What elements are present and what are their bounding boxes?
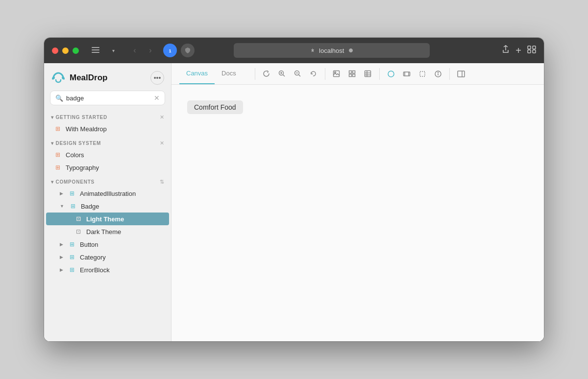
section-getting-started: ▾ GETTING STARTED ✕ ⊞ With Mealdrop bbox=[44, 111, 171, 135]
toolbar-divider-4 bbox=[449, 68, 450, 80]
light-theme-component-icon: ⊡ bbox=[74, 215, 82, 223]
search-clear-icon[interactable]: ✕ bbox=[154, 94, 160, 102]
section-header-components[interactable]: ▾ COMPONENTS ⇅ bbox=[44, 176, 171, 187]
image-view-button[interactable] bbox=[329, 67, 344, 81]
canvas-area: Comfort Food bbox=[172, 85, 544, 341]
refresh-button[interactable] bbox=[259, 67, 274, 81]
back-button[interactable]: ‹ bbox=[128, 44, 142, 57]
section-collapse-design-system[interactable]: ✕ bbox=[160, 140, 164, 146]
resize-tool-button[interactable] bbox=[399, 67, 414, 81]
section-sort-components[interactable]: ⇅ bbox=[160, 179, 164, 185]
sidebar-item-with-mealdrop[interactable]: ⊞ With Mealdrop bbox=[46, 122, 169, 135]
svg-rect-6 bbox=[533, 46, 536, 49]
grid-view-button[interactable] bbox=[345, 67, 360, 81]
toolbar: Canvas Docs bbox=[172, 63, 544, 85]
nav-label-with-mealdrop: With Mealdrop bbox=[66, 125, 107, 133]
svg-rect-18 bbox=[349, 71, 352, 73]
sidebar-nav: ▾ GETTING STARTED ✕ ⊞ With Mealdrop ▾ DE… bbox=[44, 111, 171, 341]
section-label-components: ▾ COMPONENTS bbox=[51, 179, 95, 185]
nav-label-category: Category bbox=[80, 254, 106, 261]
close-button[interactable] bbox=[52, 47, 58, 54]
sidebar-item-errorblock[interactable]: ▶ ⊞ ErrorBlock bbox=[46, 263, 169, 276]
nav-controls: ‹ › bbox=[128, 44, 157, 57]
traffic-lights bbox=[52, 47, 79, 54]
section-collapse-getting-started[interactable]: ✕ bbox=[160, 114, 164, 120]
svg-text:1: 1 bbox=[169, 48, 171, 53]
url-bar[interactable]: localhost bbox=[234, 43, 430, 58]
forward-button[interactable]: › bbox=[144, 44, 157, 57]
nav-label-dark-theme: Dark Theme bbox=[86, 228, 121, 236]
tab-overview-icon[interactable] bbox=[527, 46, 536, 56]
panel-toggle-button[interactable] bbox=[454, 67, 468, 81]
svg-line-10 bbox=[283, 75, 285, 77]
tab-canvas[interactable]: Canvas bbox=[179, 63, 215, 84]
svg-rect-22 bbox=[365, 71, 371, 77]
new-tab-icon[interactable]: + bbox=[515, 45, 521, 56]
sidebar-item-animated-illustration[interactable]: ▶ ⊞ AnimatedIllustration bbox=[46, 187, 169, 200]
extension-password-icon[interactable]: 1 bbox=[163, 44, 177, 57]
dark-theme-component-icon: ⊡ bbox=[74, 228, 82, 236]
zoom-in-button[interactable] bbox=[275, 67, 290, 81]
table-view-button[interactable] bbox=[361, 67, 375, 81]
svg-rect-19 bbox=[353, 71, 355, 73]
app-content: MealDrop ••• 🔍 ✕ ▾ GETTING STARTED ✕ bbox=[44, 63, 544, 341]
nav-label-typography: Typography bbox=[66, 164, 99, 171]
logo-text: MealDrop bbox=[70, 73, 107, 83]
sidebar-item-typography[interactable]: ⊞ Typography bbox=[46, 161, 169, 174]
titlebar-right-controls: + bbox=[502, 45, 536, 56]
sidebar-item-light-theme[interactable]: ⊡ Light Theme bbox=[46, 213, 169, 225]
nav-label-colors: Colors bbox=[66, 151, 84, 159]
sidebar: MealDrop ••• 🔍 ✕ ▾ GETTING STARTED ✕ bbox=[44, 63, 172, 341]
sidebar-toggle[interactable]: ▾ bbox=[89, 44, 120, 57]
section-design-system: ▾ DESIGN SYSTEM ✕ ⊞ Colors ⊞ Typography bbox=[44, 137, 171, 174]
search-box: 🔍 ✕ bbox=[50, 91, 165, 105]
zoom-out-button[interactable] bbox=[291, 67, 305, 81]
extension-shield-icon[interactable] bbox=[181, 44, 195, 57]
sidebar-item-dark-theme[interactable]: ⊡ Dark Theme bbox=[46, 225, 169, 238]
nav-label-errorblock: ErrorBlock bbox=[80, 266, 110, 274]
url-text: localhost bbox=[319, 47, 344, 54]
sidebar-icon bbox=[89, 44, 102, 57]
section-components: ▾ COMPONENTS ⇅ ▶ ⊞ AnimatedIllustration … bbox=[44, 176, 171, 276]
section-label-design-system: ▾ DESIGN SYSTEM bbox=[51, 141, 101, 146]
reset-zoom-button[interactable] bbox=[306, 67, 321, 81]
toolbar-divider-1 bbox=[255, 68, 255, 80]
minimize-button[interactable] bbox=[62, 47, 69, 54]
svg-rect-5 bbox=[528, 46, 531, 49]
section-header-getting-started[interactable]: ▾ GETTING STARTED ✕ bbox=[44, 111, 171, 122]
svg-rect-8 bbox=[533, 50, 536, 53]
app-window: ▾ ‹ › 1 localhost bbox=[44, 38, 544, 341]
svg-point-33 bbox=[438, 72, 438, 72]
section-header-design-system[interactable]: ▾ DESIGN SYSTEM ✕ bbox=[44, 137, 171, 148]
typography-page-icon: ⊞ bbox=[54, 164, 62, 171]
circle-tool-button[interactable] bbox=[384, 67, 398, 81]
nav-label-light-theme: Light Theme bbox=[86, 215, 124, 223]
svg-line-14 bbox=[299, 75, 301, 77]
share-icon[interactable] bbox=[502, 45, 510, 56]
errorblock-chevron-icon: ▶ bbox=[60, 267, 63, 272]
sidebar-item-button[interactable]: ▶ ⊞ Button bbox=[46, 238, 169, 251]
info-button[interactable] bbox=[431, 67, 445, 81]
more-options-button[interactable]: ••• bbox=[150, 71, 164, 85]
nav-label-animated-illustration: AnimatedIllustration bbox=[80, 190, 136, 197]
tab-docs[interactable]: Docs bbox=[215, 63, 243, 84]
svg-rect-30 bbox=[420, 71, 425, 76]
search-input[interactable] bbox=[66, 95, 151, 102]
search-icon: 🔍 bbox=[55, 95, 63, 102]
toolbar-zoom-group bbox=[259, 67, 321, 81]
svg-rect-21 bbox=[353, 74, 355, 77]
colors-page-icon: ⊞ bbox=[54, 151, 62, 159]
dropdown-icon[interactable]: ▾ bbox=[106, 44, 120, 57]
sidebar-item-category[interactable]: ▶ ⊞ Category bbox=[46, 251, 169, 263]
category-chevron-icon: ▶ bbox=[60, 255, 63, 260]
svg-rect-2 bbox=[92, 52, 99, 53]
toolbar-view-group bbox=[329, 67, 375, 81]
frame-tool-button[interactable] bbox=[415, 67, 430, 81]
component-grid-icon: ⊞ bbox=[68, 190, 76, 197]
sidebar-item-badge[interactable]: ▼ ⊞ Badge bbox=[46, 200, 169, 213]
canvas-badge: Comfort Food bbox=[187, 100, 243, 114]
chevron-right-icon: ▶ bbox=[60, 191, 63, 196]
maximize-button[interactable] bbox=[73, 47, 79, 54]
button-chevron-icon: ▶ bbox=[60, 242, 63, 247]
sidebar-item-colors[interactable]: ⊞ Colors bbox=[46, 148, 169, 161]
